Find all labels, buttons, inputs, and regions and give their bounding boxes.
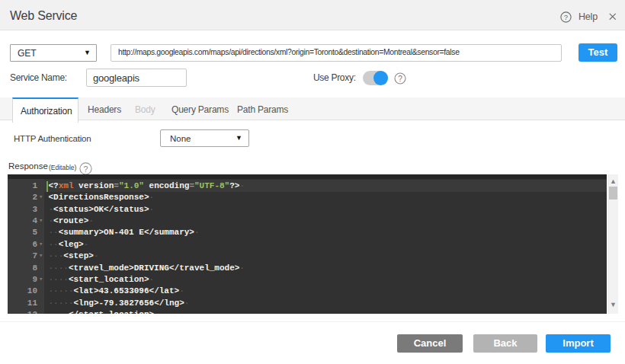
svg-text:?: ? [398,75,402,83]
svg-text:?: ? [564,13,568,21]
svg-text:?: ? [83,164,88,174]
